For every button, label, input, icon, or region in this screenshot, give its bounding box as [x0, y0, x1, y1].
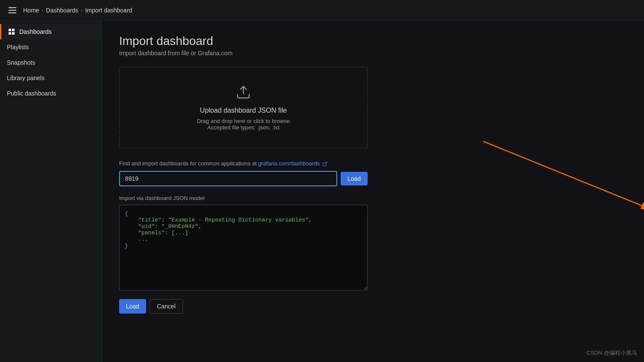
breadcrumb: Home › Dashboards › Import dashboard — [23, 7, 132, 14]
json-section: Import via dashboard JSON model { "title… — [119, 195, 368, 292]
grid-icon — [8, 28, 15, 35]
sidebar-item-playlists[interactable]: Playlists — [0, 39, 102, 55]
json-model-label: Import via dashboard JSON model — [119, 195, 368, 201]
upload-hint: Drag and drop here or click to browse Ac… — [197, 118, 290, 131]
content-wrap: Import dashboard Import dashboard from f… — [119, 34, 627, 314]
sidebar-label-snapshots: Snapshots — [7, 59, 35, 66]
sidebar-label-public-dashboards: Public dashboards — [7, 90, 56, 97]
load-button-top[interactable]: Load — [341, 172, 368, 185]
cancel-button[interactable]: Cancel — [150, 299, 183, 314]
breadcrumb-current: Import dashboard — [85, 7, 132, 14]
top-nav: Home › Dashboards › Import dashboard — [0, 0, 644, 21]
page-subtitle: Import dashboard from file or Grafana.co… — [119, 50, 627, 57]
grafana-id-input[interactable] — [119, 171, 337, 186]
breadcrumb-sep-1: › — [42, 7, 43, 13]
hamburger-menu[interactable] — [7, 6, 18, 15]
sidebar-label-library-panels: Library panels — [7, 75, 45, 81]
sidebar-label-dashboards: Dashboards — [19, 28, 52, 35]
sidebar-item-library-panels[interactable]: Library panels — [0, 70, 102, 86]
breadcrumb-dashboards[interactable]: Dashboards — [46, 7, 78, 14]
import-label: Find and import dashboards for common ap… — [119, 160, 368, 167]
json-model-textarea[interactable]: { "title": "Example - Repeating Dictiona… — [119, 205, 368, 290]
svg-line-3 — [483, 141, 642, 206]
sidebar-item-dashboards[interactable]: Dashboards — [0, 24, 102, 39]
page-title: Import dashboard — [119, 34, 627, 48]
grafana-link[interactable]: grafana.com/dashboards — [258, 160, 327, 167]
sidebar-item-snapshots[interactable]: Snapshots — [0, 55, 102, 70]
upload-icon — [236, 84, 251, 102]
grafana-id-row: Load — [119, 171, 368, 186]
breadcrumb-sep-2: › — [81, 7, 83, 13]
upload-area[interactable]: Upload dashboard JSON file Drag and drop… — [119, 67, 368, 148]
upload-title: Upload dashboard JSON file — [200, 107, 287, 114]
sidebar: Dashboards Playlists Snapshots Library p… — [0, 21, 102, 362]
svg-line-1 — [324, 162, 327, 165]
sidebar-label-playlists: Playlists — [7, 44, 29, 51]
main-content: Import dashboard Import dashboard from f… — [102, 21, 644, 362]
import-section: Find and import dashboards for common ap… — [119, 160, 368, 186]
bottom-buttons: Load Cancel — [119, 299, 627, 314]
load-button-bottom[interactable]: Load — [119, 299, 146, 314]
sidebar-item-public-dashboards[interactable]: Public dashboards — [0, 86, 102, 101]
breadcrumb-home[interactable]: Home — [23, 7, 39, 14]
annotation-arrow — [368, 137, 644, 223]
